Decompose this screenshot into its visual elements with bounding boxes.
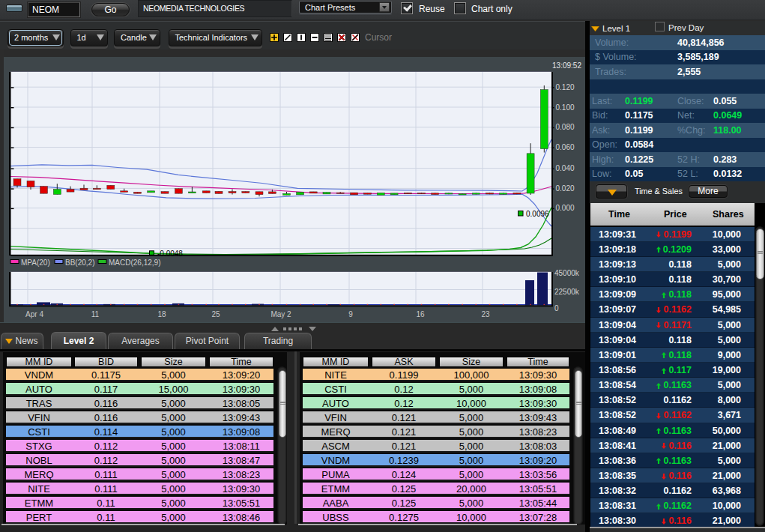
svg-text:0.020: 0.020 [556, 184, 575, 193]
svg-text:BB(20,2): BB(20,2) [65, 259, 94, 267]
svg-text:11: 11 [91, 310, 100, 318]
svg-text:0.060: 0.060 [556, 143, 575, 151]
svg-text:22500k: 22500k [554, 288, 580, 296]
svg-text:18: 18 [157, 310, 166, 318]
svg-text:-0.0048: -0.0048 [157, 250, 183, 258]
svg-text:MPA(20): MPA(20) [21, 259, 50, 267]
svg-text:0: 0 [554, 304, 559, 312]
svg-text:0.080: 0.080 [556, 123, 575, 131]
svg-text:23: 23 [481, 310, 490, 318]
svg-text:0.120: 0.120 [556, 83, 575, 91]
svg-text:Apr 4: Apr 4 [25, 310, 43, 318]
svg-text:13:09:52: 13:09:52 [552, 61, 581, 70]
svg-text:0.0096: 0.0096 [526, 210, 549, 218]
svg-text:May 2: May 2 [270, 310, 291, 318]
svg-text:25: 25 [211, 310, 220, 318]
svg-text:9: 9 [348, 310, 353, 318]
svg-text:45000k: 45000k [554, 269, 580, 277]
svg-text:16: 16 [416, 310, 425, 318]
svg-text:0.040: 0.040 [556, 164, 575, 172]
svg-text:0.000: 0.000 [556, 204, 575, 212]
svg-text:MACD(26,12,9): MACD(26,12,9) [109, 259, 160, 267]
svg-text:0.100: 0.100 [556, 103, 575, 112]
